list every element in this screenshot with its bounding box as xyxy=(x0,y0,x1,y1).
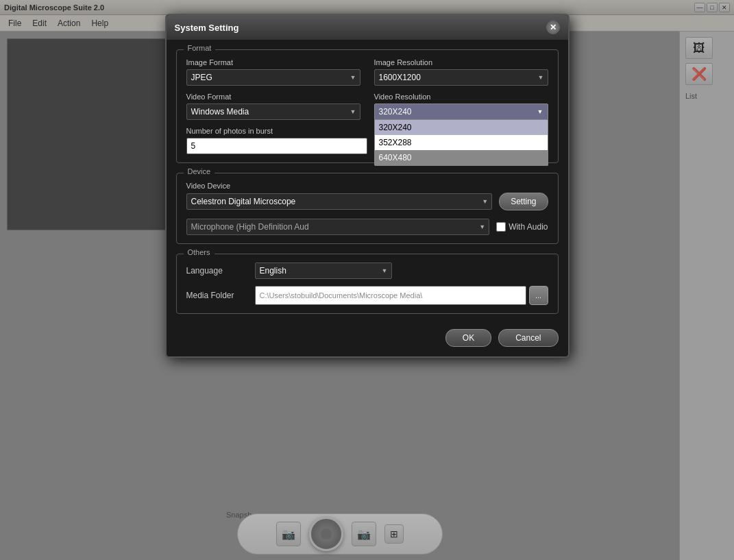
video-format-select-wrapper: Windows Media AVI MP4 xyxy=(186,104,360,120)
device-row-2: Microphone (High Definition Aud With Aud… xyxy=(186,219,548,235)
dialog-title-bar: System Setting ✕ xyxy=(167,15,568,40)
video-device-select[interactable]: Celestron Digital Microscope xyxy=(186,193,493,210)
image-format-select-wrapper: JPEG BMP PNG xyxy=(186,69,360,86)
dialog-footer: OK Cancel xyxy=(167,324,568,356)
format-row-1: Image Format JPEG BMP PNG Image Resoluti… xyxy=(186,58,548,86)
burst-col: Number of photos in burst xyxy=(186,127,367,154)
video-resolution-dropdown[interactable]: 320X240 ▼ 320X240 352X288 640X480 xyxy=(374,104,548,120)
language-label: Language xyxy=(186,266,248,276)
media-folder-input[interactable] xyxy=(255,286,526,305)
microphone-select[interactable]: Microphone (High Definition Aud xyxy=(186,219,490,235)
device-row-1: Celestron Digital Microscope Setting xyxy=(186,193,548,210)
video-resolution-label: Video Resolution xyxy=(374,93,548,101)
video-resolution-list: 320X240 352X288 640X480 xyxy=(374,120,548,166)
image-format-label: Image Format xyxy=(186,58,360,66)
device-section-label: Device xyxy=(184,167,215,175)
video-res-option-320x240[interactable]: 320X240 xyxy=(375,120,548,135)
image-format-col: Image Format JPEG BMP PNG xyxy=(186,58,360,86)
media-folder-row: Media Folder ... xyxy=(186,286,548,305)
system-setting-dialog: System Setting ✕ Format Image Format JPE… xyxy=(165,14,570,358)
others-section: Others Language English French German Sp… xyxy=(176,254,559,314)
language-row: Language English French German Spanish C… xyxy=(186,263,548,279)
video-format-col: Video Format Windows Media AVI MP4 xyxy=(186,93,360,120)
format-section: Format Image Format JPEG BMP PNG xyxy=(176,49,559,163)
microphone-select-wrapper: Microphone (High Definition Aud xyxy=(186,219,490,235)
format-row-2: Video Format Windows Media AVI MP4 Video… xyxy=(186,93,548,120)
burst-label: Number of photos in burst xyxy=(186,127,367,135)
ok-button[interactable]: OK xyxy=(445,329,491,347)
video-format-select[interactable]: Windows Media AVI MP4 xyxy=(186,104,360,120)
video-res-option-352x288[interactable]: 352X288 xyxy=(375,135,548,150)
cancel-button[interactable]: Cancel xyxy=(498,329,558,347)
others-section-label: Others xyxy=(184,248,215,256)
video-device-label: Video Device xyxy=(186,182,548,190)
dialog-body: Format Image Format JPEG BMP PNG xyxy=(167,40,568,324)
with-audio-label: With Audio xyxy=(509,222,548,232)
media-folder-label: Media Folder xyxy=(186,291,248,300)
with-audio-wrapper: With Audio xyxy=(496,222,548,232)
image-resolution-select-wrapper: 1600X1200 1280X1024 800X600 640X480 xyxy=(374,69,548,86)
dialog-overlay: System Setting ✕ Format Image Format JPE… xyxy=(0,0,734,560)
video-resolution-col: Video Resolution 320X240 ▼ 320X240 352X2… xyxy=(374,93,548,120)
dropdown-arrow: ▼ xyxy=(537,108,543,115)
video-format-label: Video Format xyxy=(186,93,360,101)
dialog-title: System Setting xyxy=(175,23,239,33)
video-res-option-640x480[interactable]: 640X480 xyxy=(375,150,548,165)
with-audio-checkbox[interactable] xyxy=(496,222,506,232)
image-format-select[interactable]: JPEG BMP PNG xyxy=(186,69,360,86)
format-section-label: Format xyxy=(184,44,216,52)
device-section: Device Video Device Celestron Digital Mi… xyxy=(176,173,559,244)
browse-button[interactable]: ... xyxy=(529,286,548,305)
dialog-close-button[interactable]: ✕ xyxy=(546,21,560,34)
video-device-select-wrapper: Celestron Digital Microscope xyxy=(186,193,493,210)
burst-input[interactable] xyxy=(186,138,367,154)
language-select[interactable]: English French German Spanish Chinese xyxy=(255,263,392,279)
media-folder-wrapper: ... xyxy=(255,286,548,305)
video-resolution-selected[interactable]: 320X240 ▼ xyxy=(374,104,548,120)
image-resolution-select[interactable]: 1600X1200 1280X1024 800X600 640X480 xyxy=(374,69,548,86)
setting-button[interactable]: Setting xyxy=(499,193,548,210)
image-resolution-col: Image Resolution 1600X1200 1280X1024 800… xyxy=(374,58,548,86)
image-resolution-label: Image Resolution xyxy=(374,58,548,66)
language-select-wrapper: English French German Spanish Chinese xyxy=(255,263,392,279)
